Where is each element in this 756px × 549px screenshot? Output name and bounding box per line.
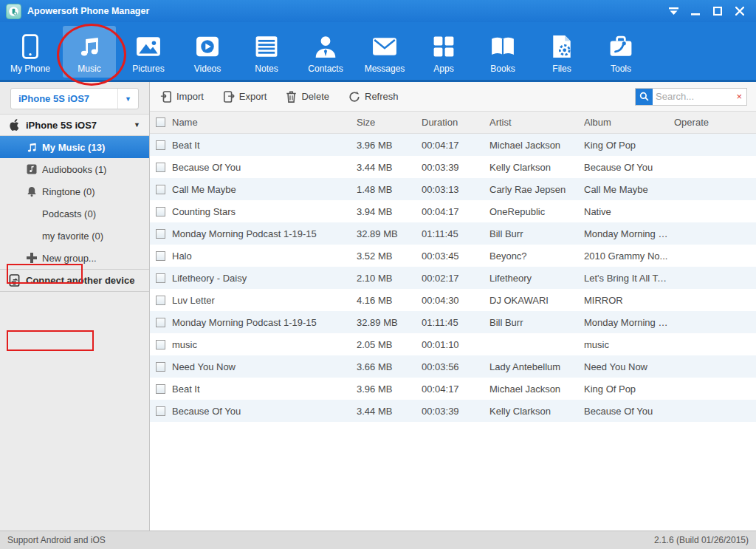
- cell-album: Native: [584, 206, 674, 217]
- table-row[interactable]: Because Of You 3.44 MB 00:03:39 Kelly Cl…: [150, 400, 756, 422]
- row-checkbox[interactable]: [156, 318, 165, 327]
- nav-item-messages[interactable]: Messages: [358, 26, 411, 78]
- nav-item-notes[interactable]: Notes: [240, 26, 293, 78]
- row-checkbox[interactable]: [156, 384, 165, 394]
- sidebar-item-label: New group...: [42, 253, 97, 264]
- nav-label: Books: [490, 64, 515, 74]
- export-button[interactable]: Export: [223, 91, 267, 103]
- device-header-label: iPhone 5S iOS7: [26, 120, 97, 131]
- device-selector-value: iPhone 5S iOS7: [11, 89, 117, 109]
- row-checkbox[interactable]: [156, 296, 165, 305]
- nav-item-pictures[interactable]: Pictures: [122, 26, 175, 78]
- chevron-down-icon[interactable]: ▼: [117, 89, 138, 109]
- cell-artist: Carly Rae Jepsen: [489, 184, 584, 195]
- cell-size: 1.48 MB: [357, 184, 422, 195]
- cell-artist: Kelly Clarkson: [489, 406, 584, 417]
- empty-area: [150, 422, 756, 531]
- table-row[interactable]: music 2.05 MB 00:01:10 music: [150, 333, 756, 355]
- row-checkbox[interactable]: [156, 362, 165, 372]
- row-checkbox[interactable]: [156, 140, 165, 150]
- select-all-checkbox[interactable]: [156, 117, 165, 127]
- window-title: Apowersoft Phone Manager: [27, 6, 149, 16]
- table-row[interactable]: Because Of You 3.44 MB 00:03:39 Kelly Cl…: [150, 156, 756, 178]
- delete-button[interactable]: Delete: [286, 91, 329, 103]
- table-row[interactable]: Counting Stars 3.94 MB 00:04:17 OneRepub…: [150, 200, 756, 222]
- column-header-size[interactable]: Size: [357, 117, 422, 128]
- column-header-artist[interactable]: Artist: [489, 117, 584, 128]
- device-header[interactable]: iPhone 5S iOS7 ▼: [0, 114, 149, 136]
- row-checkbox[interactable]: [156, 406, 165, 416]
- refresh-button[interactable]: Refresh: [348, 91, 399, 103]
- cell-artist: Bill Burr: [489, 228, 584, 239]
- search-icon[interactable]: [636, 89, 653, 105]
- cell-size: 2.10 MB: [357, 273, 422, 284]
- close-icon[interactable]: [734, 6, 746, 16]
- cell-size: 3.52 MB: [357, 250, 422, 262]
- clear-search-icon[interactable]: ×: [732, 91, 746, 102]
- window-controls: [667, 6, 750, 16]
- cell-duration: 00:03:39: [422, 162, 489, 173]
- cell-artist: Michael Jackson: [489, 383, 584, 395]
- cell-album: MIRROR: [584, 295, 674, 306]
- cell-duration: 00:03:13: [422, 184, 489, 195]
- column-header-album[interactable]: Album: [584, 117, 674, 128]
- nav-item-files[interactable]: Files: [535, 26, 588, 78]
- cell-name: Luv Letter: [172, 295, 357, 306]
- table-row[interactable]: Luv Letter 4.16 MB 00:04:30 DJ OKAWARI M…: [150, 289, 756, 311]
- nav-label: Apps: [433, 64, 453, 74]
- sidebar-item-audiobooks[interactable]: Audiobooks (1): [0, 158, 149, 180]
- table-row[interactable]: Monday Morning Podcast 1-19-15 32.89 MB …: [150, 311, 756, 333]
- nav-label: Notes: [255, 64, 278, 74]
- nav-item-my-phone[interactable]: My Phone: [4, 26, 57, 78]
- collapse-menu-icon[interactable]: [667, 6, 679, 16]
- nav-item-tools[interactable]: Tools: [594, 26, 647, 78]
- sidebar-item-label: My Music (13): [42, 142, 105, 153]
- chevron-down-icon[interactable]: ▼: [134, 121, 140, 129]
- sidebar-item-new-group[interactable]: New group...: [0, 247, 149, 269]
- minimize-icon[interactable]: [690, 6, 701, 16]
- row-checkbox[interactable]: [156, 163, 165, 172]
- table-row[interactable]: Beat It 3.96 MB 00:04:17 Michael Jackson…: [150, 134, 756, 156]
- music-note-icon: [24, 142, 39, 153]
- maximize-icon[interactable]: [712, 6, 724, 16]
- cell-name: Need You Now: [172, 361, 357, 372]
- row-checkbox[interactable]: [156, 273, 165, 283]
- annotation-box-new-group: [7, 330, 94, 351]
- apple-icon: [9, 119, 20, 132]
- cell-artist: DJ OKAWARI: [489, 295, 584, 306]
- row-checkbox[interactable]: [156, 185, 165, 194]
- cell-size: 3.96 MB: [357, 383, 422, 395]
- nav-item-books[interactable]: Books: [476, 26, 529, 78]
- messages-icon: [372, 33, 397, 61]
- column-header-duration[interactable]: Duration: [422, 117, 489, 128]
- search-input[interactable]: [653, 91, 732, 102]
- row-checkbox[interactable]: [156, 207, 165, 216]
- nav-item-apps[interactable]: Apps: [417, 26, 470, 78]
- sidebar-item-my-music[interactable]: My Music (13): [0, 136, 149, 158]
- cell-album: Monday Morning P...: [584, 228, 674, 239]
- import-button[interactable]: Import: [160, 91, 204, 103]
- sidebar-item-podcasts[interactable]: Podcasts (0): [0, 202, 149, 225]
- row-checkbox[interactable]: [156, 340, 165, 349]
- nav-item-music[interactable]: Music: [63, 26, 116, 78]
- table-row[interactable]: Halo 3.52 MB 00:03:45 Beyonc? 2010 Gramm…: [150, 245, 756, 267]
- table-row[interactable]: Monday Morning Podcast 1-19-15 32.89 MB …: [150, 222, 756, 245]
- sidebar-item-my-favorite[interactable]: my favorite (0): [0, 225, 149, 247]
- cell-size: 2.05 MB: [357, 339, 422, 350]
- device-selector[interactable]: iPhone 5S iOS7 ▼: [10, 88, 139, 109]
- table-row[interactable]: Lifetheory - Daisy 2.10 MB 00:02:17 Life…: [150, 267, 756, 289]
- table-row[interactable]: Need You Now 3.66 MB 00:03:56 Lady Anteb…: [150, 355, 756, 378]
- nav-item-contacts[interactable]: Contacts: [299, 26, 352, 78]
- cell-size: 4.16 MB: [357, 295, 422, 306]
- row-checkbox[interactable]: [156, 229, 165, 239]
- column-header-operate[interactable]: Operate: [674, 117, 756, 128]
- table-row[interactable]: Beat It 3.96 MB 00:04:17 Michael Jackson…: [150, 378, 756, 400]
- row-checkbox[interactable]: [156, 251, 165, 261]
- column-header-name[interactable]: Name: [172, 117, 357, 128]
- sidebar-item-ringtone[interactable]: Ringtone (0): [0, 180, 149, 202]
- connect-another-device-button[interactable]: Connect another device: [0, 269, 149, 292]
- cell-name: Beat It: [172, 140, 357, 151]
- nav-item-videos[interactable]: Videos: [181, 26, 234, 78]
- cell-album: music: [584, 339, 674, 350]
- table-row[interactable]: Call Me Maybe 1.48 MB 00:03:13 Carly Rae…: [150, 178, 756, 200]
